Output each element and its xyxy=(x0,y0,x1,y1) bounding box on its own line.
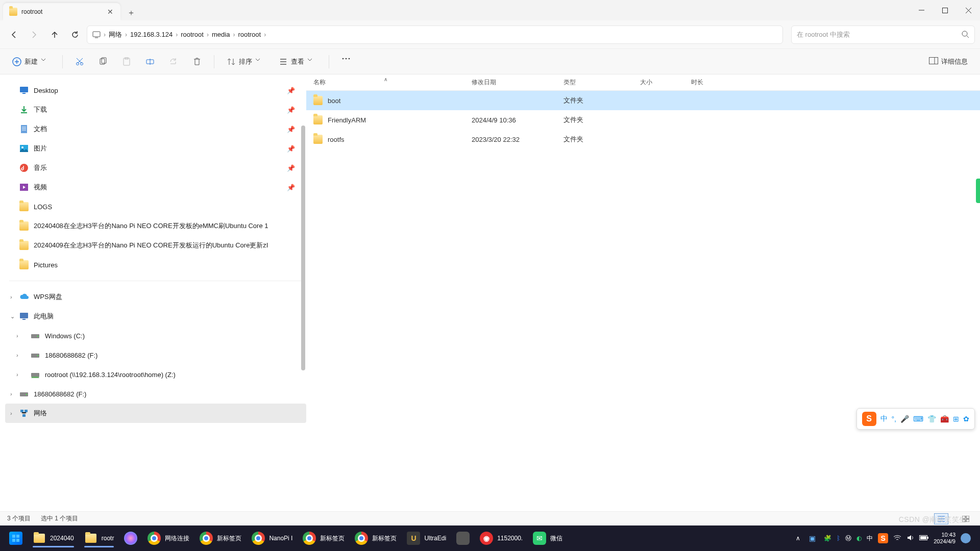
file-row[interactable]: FriendlyARM2024/4/9 10:36文件夹 xyxy=(306,110,980,130)
ime-keyboard-icon[interactable]: ⌨ xyxy=(913,415,923,423)
clock[interactable]: 10:43 2024/4/9 xyxy=(934,532,955,545)
back-button[interactable] xyxy=(5,26,22,43)
col-duration[interactable]: 时长 xyxy=(684,78,745,87)
sidebar-quick-item[interactable]: Pictures xyxy=(5,255,306,274)
sidebar-tree-item[interactable]: ›18680688682 (F:) xyxy=(5,384,306,404)
wechat-tray-icon[interactable]: ◐ xyxy=(856,535,862,542)
ime-toolbar[interactable]: S 中 °, 🎤 ⌨ 👕 🧰 ⊞ ✿ xyxy=(856,408,975,430)
sidebar-quick-item[interactable]: LOGS xyxy=(5,197,306,216)
edge-panel-tab[interactable] xyxy=(976,179,980,203)
taskbar-item[interactable]: NanoPi I xyxy=(247,528,298,549)
sidebar-quick-item[interactable]: 图片📌 xyxy=(5,139,306,158)
tray-app-icon[interactable]: Ⓜ xyxy=(845,534,851,543)
chevron-icon[interactable]: › xyxy=(10,294,12,300)
taskbar-item[interactable] xyxy=(451,528,475,549)
sidebar-scrollbar[interactable] xyxy=(300,80,305,506)
close-button[interactable] xyxy=(957,0,980,20)
file-name: rootfs xyxy=(328,136,345,143)
ime-mode[interactable]: 中 xyxy=(880,414,888,423)
paste-button[interactable] xyxy=(117,53,136,70)
chevron-icon[interactable]: › xyxy=(10,410,12,416)
details-pane-button[interactable]: 详细信息 xyxy=(924,53,973,70)
chevron-icon[interactable]: ⌄ xyxy=(10,313,15,320)
taskbar-item[interactable]: UUltraEdi xyxy=(402,528,451,549)
breadcrumb[interactable]: › 网络› 192.168.3.124› rootroot› media› ro… xyxy=(87,26,783,44)
tray-app-icon[interactable]: ▣ xyxy=(805,532,819,545)
chevron-icon[interactable]: › xyxy=(16,352,18,358)
more-button[interactable] xyxy=(336,53,356,70)
maximize-button[interactable] xyxy=(933,0,957,20)
sidebar-tree-item[interactable]: ›网络 xyxy=(5,404,306,423)
ime-skin-icon[interactable]: 👕 xyxy=(927,415,936,423)
taskbar-item[interactable]: ✉微信 xyxy=(528,528,568,549)
user-avatar[interactable] xyxy=(961,533,971,543)
rename-button[interactable] xyxy=(140,53,160,70)
sidebar-tree-item[interactable]: ›Windows (C:) xyxy=(5,326,306,345)
forward-button[interactable] xyxy=(26,26,43,43)
crumb-seg[interactable]: 192.168.3.124 xyxy=(130,31,173,38)
file-row[interactable]: boot文件夹 xyxy=(306,91,980,110)
ime-settings-icon[interactable]: ✿ xyxy=(963,415,969,423)
copy-button[interactable] xyxy=(93,53,113,70)
taskbar-item[interactable]: rootr xyxy=(79,528,119,549)
sidebar-quick-item[interactable]: Desktop📌 xyxy=(5,81,306,100)
crumb-seg[interactable]: media xyxy=(212,31,230,38)
col-date[interactable]: 修改日期 xyxy=(464,78,556,87)
volume-icon[interactable] xyxy=(906,534,914,543)
col-type[interactable]: 类型 xyxy=(556,78,633,87)
col-name[interactable]: ∧名称 xyxy=(306,78,464,87)
file-row[interactable]: rootfs2023/3/20 22:32文件夹 xyxy=(306,130,980,149)
share-button[interactable] xyxy=(164,53,183,70)
ime-mic-icon[interactable]: 🎤 xyxy=(900,415,909,423)
taskbar-item[interactable] xyxy=(119,528,142,549)
crumb-seg[interactable]: rootroot xyxy=(181,31,204,38)
taskbar-item[interactable]: 新标签页 xyxy=(194,528,247,549)
minimize-button[interactable] xyxy=(910,0,933,20)
chevron-icon[interactable]: › xyxy=(10,391,12,397)
sidebar-tree-item[interactable]: ⌄此电脑 xyxy=(5,307,306,326)
col-size[interactable]: 大小 xyxy=(633,78,684,87)
close-tab-icon[interactable]: ✕ xyxy=(106,8,114,16)
delete-button[interactable] xyxy=(187,53,207,70)
sidebar-quick-item[interactable]: 20240409在全志H3平台的Nano Pi NEO CORE开发板运行的Ub… xyxy=(5,236,306,255)
ime-tool-icon[interactable]: 🧰 xyxy=(940,415,949,423)
taskbar-item[interactable]: 新标签页 xyxy=(298,528,350,549)
folder-icon xyxy=(313,115,323,124)
crumb-seg[interactable]: rootroot xyxy=(238,31,261,38)
up-button[interactable] xyxy=(46,26,63,43)
sidebar-quick-item[interactable]: 下载📌 xyxy=(5,100,306,119)
taskbar-item[interactable] xyxy=(4,528,28,549)
taskbar-item[interactable]: 2024040 xyxy=(28,528,79,549)
sidebar-tree-item[interactable]: ›rootroot (\\192.168.3.124\rootroot\home… xyxy=(5,365,306,384)
window-tab[interactable]: rootroot ✕ xyxy=(3,3,120,20)
taskbar-item[interactable]: 网络连接 xyxy=(142,528,194,549)
tray-app-icon[interactable]: 🧩 xyxy=(824,535,831,542)
sidebar-tree-item[interactable]: ›18680688682 (F:) xyxy=(5,345,306,365)
taskbar-item[interactable]: 新标签页 xyxy=(350,528,402,549)
new-button[interactable]: 新建 xyxy=(7,53,55,70)
crumb-seg[interactable]: 网络 xyxy=(109,30,122,39)
new-tab-button[interactable]: ＋ xyxy=(124,5,139,20)
taskbar-item[interactable]: ◉1152000. xyxy=(475,528,528,549)
tray-chevron-icon[interactable]: ∧ xyxy=(796,535,800,542)
chevron-icon[interactable]: › xyxy=(16,371,18,378)
sidebar-quick-item[interactable]: 视频📌 xyxy=(5,178,306,197)
battery-icon[interactable] xyxy=(919,535,928,542)
chevron-icon[interactable]: › xyxy=(16,333,18,339)
wifi-icon[interactable] xyxy=(893,535,901,542)
bluetooth-icon[interactable]: ᛒ xyxy=(837,535,840,542)
refresh-button[interactable] xyxy=(66,26,84,43)
view-button[interactable]: 查看 xyxy=(274,53,322,70)
sidebar-quick-item[interactable]: 音乐📌 xyxy=(5,158,306,178)
ime-punct-icon[interactable]: °, xyxy=(892,415,897,423)
sidebar-tree-item[interactable]: ›WPS网盘 xyxy=(5,287,306,307)
sidebar-quick-item[interactable]: 文档📌 xyxy=(5,119,306,139)
ime-grid-icon[interactable]: ⊞ xyxy=(953,415,959,423)
sogou-tray-icon[interactable]: S xyxy=(878,533,888,543)
window-controls xyxy=(910,0,980,20)
search-input[interactable]: 在 rootroot 中搜索 xyxy=(791,26,975,44)
cut-button[interactable] xyxy=(70,53,89,70)
ime-indicator[interactable]: 中 xyxy=(867,534,873,543)
sidebar-quick-item[interactable]: 20240408在全志H3平台的Nano Pi NEO CORE开发板的eMMC… xyxy=(5,216,306,236)
sort-button[interactable]: 排序 xyxy=(222,53,270,70)
